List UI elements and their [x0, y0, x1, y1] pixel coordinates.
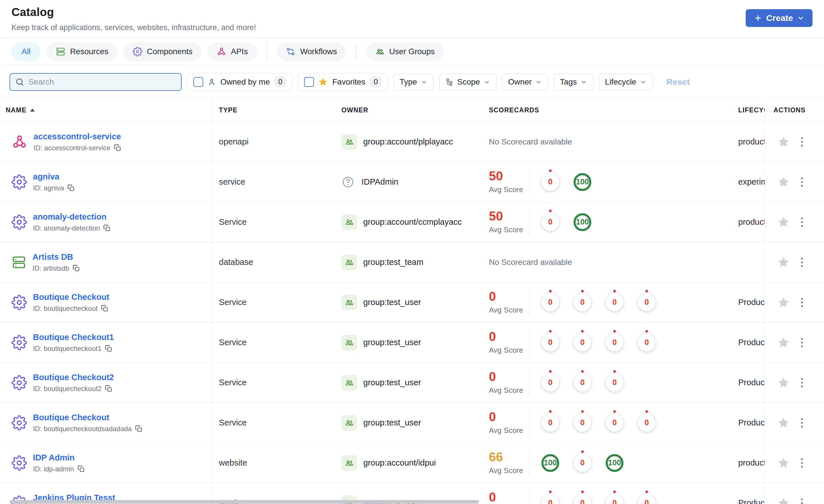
- row-menu-kebab-icon[interactable]: [799, 256, 805, 269]
- type-cell: database: [212, 242, 332, 282]
- row-menu-kebab-icon[interactable]: [799, 336, 805, 349]
- lifecycle-dropdown[interactable]: Lifecycle: [599, 74, 653, 90]
- type-cell: service: [212, 162, 332, 202]
- column-header-scorecards: SCORECARDS: [473, 99, 734, 122]
- avg-score-value: 0: [489, 330, 530, 343]
- owner-cell: group:test_user: [332, 363, 473, 402]
- tab-workflows[interactable]: Workflows: [277, 43, 346, 60]
- name-stack: agniva ID: agniva: [33, 172, 75, 192]
- scorecards-cell: 50 Avg Score 0100: [473, 202, 734, 242]
- scorecard-circle: 0: [638, 334, 655, 352]
- tab-user-groups-label: User Groups: [389, 47, 435, 56]
- row-menu-kebab-icon[interactable]: [799, 497, 805, 504]
- favorite-star-button[interactable]: [777, 497, 790, 504]
- copy-icon[interactable]: [73, 265, 80, 272]
- tab-apis[interactable]: APIs: [208, 43, 257, 60]
- row-menu-kebab-icon[interactable]: [799, 176, 805, 188]
- scope-dropdown[interactable]: Scope: [439, 74, 496, 90]
- table-body: accesscontrol-service ID: accesscontrol-…: [0, 122, 824, 504]
- table-row: Boutique Checkout2 ID: boutiquecheckout2…: [0, 363, 824, 403]
- row-menu-kebab-icon[interactable]: [799, 136, 805, 148]
- scorecard-circle: 0: [606, 374, 623, 392]
- column-header-name[interactable]: NAME: [0, 99, 212, 122]
- entity-name-link[interactable]: agniva: [33, 172, 75, 181]
- favorite-star-button[interactable]: [777, 457, 790, 470]
- scorecard-divider: [530, 169, 530, 195]
- search-input[interactable]: [28, 78, 176, 87]
- scorecard-divider: [530, 210, 530, 235]
- owner-group-chip: [341, 375, 357, 390]
- copy-icon[interactable]: [114, 144, 121, 151]
- favorite-star-button[interactable]: [777, 175, 790, 188]
- row-menu-kebab-icon[interactable]: [799, 296, 805, 309]
- filters-row: Owned by me 0 Favorites 0 TypeScopeOwner…: [0, 66, 824, 99]
- question-icon: [342, 176, 354, 188]
- scorecard-circle: 0: [541, 494, 559, 504]
- gear-icon: [11, 335, 27, 350]
- copy-icon[interactable]: [78, 465, 85, 473]
- scorecard-circle: 0: [638, 293, 655, 311]
- favorite-star-button[interactable]: [777, 216, 790, 229]
- tab-user-groups[interactable]: User Groups: [366, 43, 444, 60]
- owner-group-chip: [341, 295, 357, 310]
- copy-icon[interactable]: [105, 345, 112, 352]
- tab-components[interactable]: Components: [124, 43, 201, 60]
- favorites-filter[interactable]: Favorites 0: [298, 73, 388, 91]
- name-stack: Boutique Checkout1 ID: boutiquecheckout1: [33, 333, 114, 353]
- page-header: Catalog Keep track of applications, serv…: [0, 0, 824, 38]
- horizontal-scrollbar[interactable]: [9, 500, 479, 504]
- favorites-checkbox[interactable]: [304, 77, 314, 87]
- people-icon: [375, 47, 385, 56]
- entity-name-link[interactable]: Boutique Checkout1: [33, 333, 114, 342]
- entity-name-link[interactable]: IDP Admin: [33, 453, 85, 463]
- tags-dropdown-label: Tags: [560, 78, 577, 87]
- owned-by-me-filter[interactable]: Owned by me 0: [187, 73, 292, 91]
- row-menu-kebab-icon[interactable]: [799, 457, 805, 469]
- copy-icon[interactable]: [101, 305, 108, 312]
- favorite-star-button[interactable]: [777, 296, 790, 309]
- type-cell: Service: [212, 403, 332, 443]
- actions-cell: [765, 282, 824, 322]
- entity-name-link[interactable]: Boutique Checkout2: [33, 373, 114, 382]
- entity-name-link[interactable]: Artists DB: [32, 252, 80, 262]
- entity-name-link[interactable]: Boutique Checkout: [33, 292, 109, 302]
- scorecard-circle: 0: [606, 293, 623, 311]
- favorites-label: Favorites: [332, 78, 365, 87]
- entity-name-link[interactable]: accesscontrol-service: [33, 132, 121, 141]
- owner-cell: group:account/plplayacc: [332, 122, 473, 162]
- copy-icon[interactable]: [103, 225, 110, 232]
- favorite-star-button[interactable]: [777, 336, 790, 349]
- row-menu-kebab-icon[interactable]: [799, 376, 805, 389]
- name-stack: IDP Admin ID: idp-admin: [33, 453, 85, 473]
- scorecard-circle: 100: [574, 173, 591, 191]
- entity-name-link[interactable]: Boutique Checkout: [33, 413, 142, 422]
- owner-dropdown[interactable]: Owner: [502, 74, 548, 90]
- tab-all[interactable]: All: [11, 43, 40, 60]
- avg-score-value: 50: [489, 210, 530, 223]
- reset-filters-link[interactable]: Reset: [666, 77, 690, 87]
- row-menu-kebab-icon[interactable]: [799, 416, 805, 429]
- avg-score-block: 0 Avg Score: [489, 290, 530, 314]
- favorite-star-button[interactable]: [777, 135, 790, 148]
- name-cell: Artists DB ID: artistsdb: [0, 242, 212, 282]
- group-icon: [344, 378, 354, 388]
- tags-dropdown[interactable]: Tags: [554, 74, 593, 90]
- copy-icon[interactable]: [135, 425, 142, 432]
- scorecard-circle: 0: [638, 494, 655, 504]
- scorecard-divider: [530, 410, 530, 435]
- owner-group-chip: [341, 335, 357, 350]
- copy-icon[interactable]: [105, 385, 112, 392]
- type-dropdown[interactable]: Type: [394, 74, 433, 90]
- gear-icon: [11, 375, 27, 390]
- entity-name-link[interactable]: anomaly-detection: [33, 212, 110, 222]
- create-button[interactable]: Create: [746, 9, 813, 27]
- sort-ascending-icon: [30, 109, 35, 112]
- owner-cell: group:account/idpui: [332, 443, 473, 483]
- row-menu-kebab-icon[interactable]: [799, 216, 805, 229]
- favorite-star-button[interactable]: [777, 256, 790, 269]
- copy-icon[interactable]: [68, 184, 75, 192]
- tab-resources[interactable]: Resources: [47, 43, 117, 60]
- favorite-star-button[interactable]: [777, 376, 790, 389]
- owned-by-me-checkbox[interactable]: [193, 77, 203, 87]
- favorite-star-button[interactable]: [777, 416, 790, 429]
